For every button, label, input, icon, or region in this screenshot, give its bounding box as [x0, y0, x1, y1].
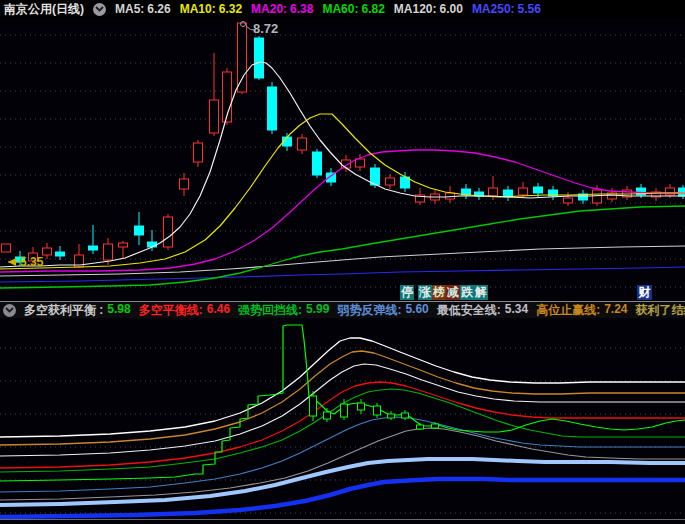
ma60-readout: MA60:6.82 — [322, 2, 384, 16]
indicator-chart-canvas[interactable] — [0, 318, 685, 519]
ma250-readout: MA250:5.56 — [472, 2, 541, 16]
strong-pullback-readout: 强势回挡线: 5.99 — [238, 302, 329, 319]
main-chart-header: 南京公用(日线) MA5:6.26 MA10:6.32 MA20:6.38 MA… — [0, 0, 685, 18]
indicator-collapse-button[interactable] — [3, 304, 16, 317]
ma20-readout: MA20:6.38 — [251, 2, 313, 16]
stock-title: 南京公用(日线) — [4, 1, 84, 18]
collapse-button[interactable] — [93, 3, 106, 16]
high-stop-profit-readout: 高位止赢线: 7.24 — [536, 302, 627, 319]
ma5-readout: MA5:6.26 — [115, 2, 171, 16]
main-chart-canvas[interactable] — [0, 0, 685, 301]
chevron-down-icon — [95, 6, 104, 12]
ma10-readout: MA10:6.32 — [180, 2, 242, 16]
tag-ting[interactable]: 停 — [400, 285, 414, 300]
marker-price-label: 5.35 — [20, 255, 43, 269]
take-profit-readout: 获利了结线: 6 — [636, 302, 685, 319]
tag-zhang[interactable]: 涨 — [418, 285, 432, 300]
balance-line-readout: 多空平衡线: 6.46 — [139, 302, 230, 319]
tag-cai[interactable]: 财 — [637, 285, 652, 300]
bottom-separator — [0, 519, 685, 520]
tag-die[interactable]: 跌 — [460, 285, 474, 300]
ma120-readout: MA120:6.00 — [394, 2, 463, 16]
tag-jie[interactable]: 解 — [474, 285, 488, 300]
event-tag-row: 停 涨 榜 减 跌 解 — [400, 285, 488, 300]
tag-bang[interactable]: 榜 — [432, 285, 446, 300]
weak-rebound-readout: 弱势反弹线: 5.60 — [337, 302, 428, 319]
indicator-header-bar: 多空获利平衡 : 5.98 多空平衡线: 6.46 强势回挡线: 5.99 弱势… — [0, 301, 685, 318]
indicator-name-readout: 多空获利平衡 : 5.98 — [24, 302, 131, 319]
lowest-safety-readout: 最低安全线: 5.34 — [437, 302, 528, 319]
tag-jian[interactable]: 减 — [446, 285, 460, 300]
stock-app-window: 南京公用(日线) MA5:6.26 MA10:6.32 MA20:6.38 MA… — [0, 0, 685, 524]
peak-price-label: 8.72 — [253, 21, 278, 36]
chevron-down-icon — [5, 307, 14, 313]
